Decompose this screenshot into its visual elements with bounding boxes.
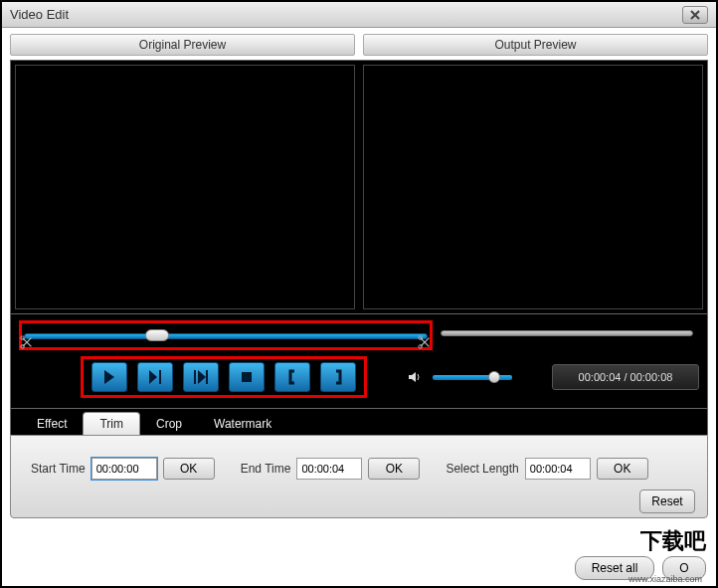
mark-out-button[interactable]	[320, 362, 356, 392]
speaker-icon	[407, 369, 423, 385]
output-preview-pane	[363, 65, 703, 309]
mark-in-button[interactable]	[274, 362, 310, 392]
tab-trim[interactable]: Trim	[83, 412, 140, 435]
end-ok-button[interactable]: OK	[368, 458, 420, 480]
trim-panel: Start Time 00:00:00 OK End Time 00:00:04…	[10, 435, 708, 518]
volume-slider[interactable]	[433, 375, 512, 380]
start-ok-button[interactable]: OK	[163, 458, 215, 480]
bracket-left-icon	[283, 368, 301, 386]
svg-rect-5	[194, 370, 196, 384]
titlebar: Video Edit	[2, 2, 716, 28]
trim-track[interactable]	[24, 333, 428, 339]
play-double-icon	[192, 368, 210, 386]
stop-button[interactable]	[229, 362, 265, 392]
time-display: 00:00:04 / 00:00:08	[552, 364, 699, 390]
window-title: Video Edit	[10, 7, 682, 22]
timeline-area: 00:00:04 / 00:00:08	[10, 314, 708, 409]
preview-container	[10, 60, 708, 314]
full-timeline-track[interactable]	[441, 330, 693, 336]
trim-playhead[interactable]	[145, 329, 169, 341]
play-output-icon	[146, 368, 164, 386]
reset-all-button[interactable]: Reset all	[575, 556, 654, 580]
tabs-strip: Effect Trim Crop Watermark	[10, 409, 708, 435]
select-length-input[interactable]: 00:00:04	[525, 458, 591, 480]
output-preview-label: Output Preview	[363, 34, 708, 56]
play-button[interactable]	[91, 362, 127, 392]
scissor-end-icon[interactable]	[418, 335, 432, 349]
length-ok-button[interactable]: OK	[597, 458, 648, 480]
scissor-start-icon[interactable]	[20, 335, 34, 349]
play-both-button[interactable]	[183, 362, 219, 392]
select-length-label: Select Length	[446, 462, 518, 476]
footer-buttons: Reset all O	[575, 556, 706, 580]
start-time-input[interactable]: 00:00:00	[91, 458, 157, 480]
play-output-button[interactable]	[137, 362, 173, 392]
footer-ok-button[interactable]: O	[662, 556, 706, 580]
play-icon	[100, 368, 118, 386]
end-time-label: End Time	[241, 462, 291, 476]
volume-control	[407, 369, 512, 385]
reset-button[interactable]: Reset	[639, 490, 695, 513]
watermark-logo: 下载吧	[640, 526, 706, 556]
original-preview-pane	[15, 65, 355, 309]
close-button[interactable]	[682, 6, 708, 24]
tab-effect[interactable]: Effect	[21, 413, 83, 435]
start-time-label: Start Time	[31, 462, 86, 476]
playback-controls-highlight	[81, 356, 367, 398]
tab-watermark[interactable]: Watermark	[198, 413, 287, 435]
trim-range-highlight	[19, 320, 433, 350]
video-edit-window: Video Edit Original Preview Output Previ…	[0, 0, 718, 588]
original-preview-label: Original Preview	[10, 34, 355, 56]
svg-rect-6	[206, 370, 208, 384]
bracket-right-icon	[329, 368, 347, 386]
close-icon	[689, 9, 701, 21]
end-time-input[interactable]: 00:00:04	[296, 458, 362, 480]
tab-crop[interactable]: Crop	[140, 413, 198, 435]
svg-rect-7	[242, 372, 252, 382]
volume-thumb[interactable]	[488, 371, 500, 383]
stop-icon	[238, 368, 256, 386]
svg-rect-4	[159, 370, 161, 384]
